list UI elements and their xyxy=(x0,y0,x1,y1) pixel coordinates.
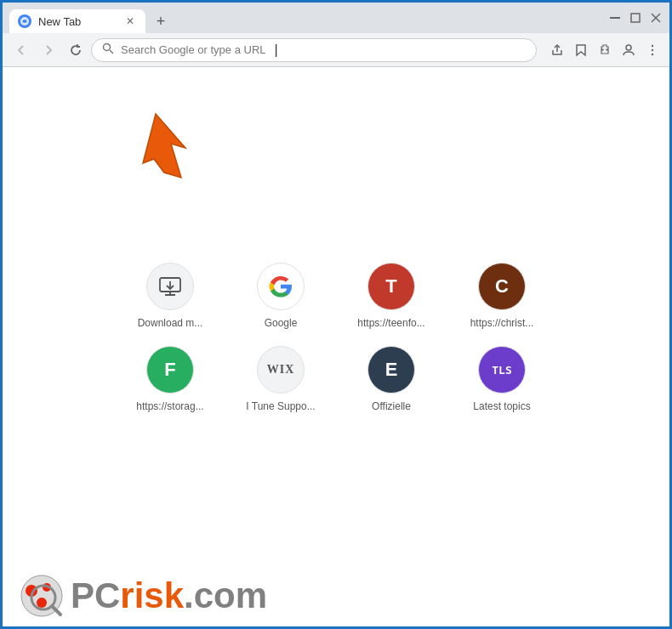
menu-icon[interactable] xyxy=(642,40,663,60)
shortcut-google[interactable]: Google xyxy=(234,263,327,329)
back-button[interactable] xyxy=(9,38,33,62)
close-button[interactable] xyxy=(649,11,663,25)
shortcut-label-offizielle: Offizielle xyxy=(372,400,411,412)
browser-frame: New Tab ✕ + xyxy=(0,0,672,629)
share-icon[interactable] xyxy=(547,40,567,60)
maximize-button[interactable] xyxy=(629,11,642,25)
svg-rect-1 xyxy=(610,17,620,19)
bookmark-icon[interactable] xyxy=(571,40,591,60)
shortcut-label-google: Google xyxy=(265,317,298,329)
shortcut-itunes[interactable]: WIX I Tune Suppo... xyxy=(234,346,327,412)
svg-rect-2 xyxy=(631,14,640,22)
svg-marker-12 xyxy=(143,114,185,178)
shortcut-offizielle[interactable]: E Offizielle xyxy=(345,346,438,412)
shortcut-label-itunes: I Tune Suppo... xyxy=(246,400,315,412)
extensions-icon[interactable] xyxy=(595,40,615,60)
shortcut-icon-google xyxy=(257,263,305,310)
tab-area: New Tab ✕ + xyxy=(9,3,608,33)
shortcut-icon-tls: TLS xyxy=(478,346,526,394)
minimize-button[interactable] xyxy=(608,11,622,25)
shortcut-download[interactable]: Download m... xyxy=(123,263,217,329)
shortcut-icon-wix: WIX xyxy=(257,346,305,394)
tab-close-button[interactable]: ✕ xyxy=(123,14,137,28)
svg-point-11 xyxy=(652,53,653,54)
svg-point-20 xyxy=(37,598,47,608)
reload-button[interactable] xyxy=(64,38,88,62)
arrow-annotation xyxy=(139,101,241,198)
shortcut-christ[interactable]: C https://christ... xyxy=(455,263,549,329)
shortcut-teenfo[interactable]: T https://teenfo... xyxy=(345,263,438,329)
shortcut-icon-download xyxy=(146,263,194,310)
shortcut-label-download: Download m... xyxy=(138,317,203,329)
forward-button[interactable] xyxy=(37,38,60,62)
svg-line-6 xyxy=(110,50,113,54)
address-bar-area: Search Google or type a URL | xyxy=(3,33,669,67)
svg-point-8 xyxy=(626,45,631,50)
svg-point-9 xyxy=(652,44,653,46)
shortcut-icon-storage: F xyxy=(146,346,194,394)
tab-favicon xyxy=(18,14,31,28)
text-cursor: | xyxy=(275,42,278,58)
shortcut-label-latest-topics: Latest topics xyxy=(473,400,530,412)
address-bar[interactable]: Search Google or type a URL | xyxy=(91,38,537,62)
shortcuts-grid: Download m... Google T xyxy=(123,263,549,412)
pcrisk-watermark: PCrisk.com xyxy=(20,574,267,618)
shortcut-icon-teenfo: T xyxy=(367,263,415,310)
shortcut-label-christ: https://christ... xyxy=(470,317,534,329)
shortcut-icon-christ: C xyxy=(478,263,526,310)
svg-point-10 xyxy=(652,48,653,50)
page-content: Download m... Google T xyxy=(3,67,669,626)
profile-icon[interactable] xyxy=(618,40,639,60)
search-icon xyxy=(102,42,114,57)
svg-marker-7 xyxy=(577,45,585,55)
window-controls xyxy=(608,11,663,25)
shortcut-icon-offizielle: E xyxy=(367,346,415,394)
tab-title: New Tab xyxy=(38,15,81,28)
pcrisk-logo-icon xyxy=(20,574,64,618)
new-tab-button[interactable]: + xyxy=(149,9,173,33)
active-tab[interactable]: New Tab ✕ xyxy=(9,9,145,33)
address-placeholder: Search Google or type a URL xyxy=(121,43,266,56)
shortcut-storage[interactable]: F https://storag... xyxy=(123,346,217,412)
address-bar-icons xyxy=(547,40,663,60)
pcrisk-brand-text: PCrisk.com xyxy=(71,575,267,616)
shortcut-latest-topics[interactable]: TLS Latest topics xyxy=(455,346,549,412)
title-bar: New Tab ✕ + xyxy=(3,3,669,33)
svg-point-5 xyxy=(104,44,111,51)
shortcut-label-teenfo: https://teenfo... xyxy=(357,317,424,329)
shortcut-label-storage: https://storag... xyxy=(136,400,203,412)
